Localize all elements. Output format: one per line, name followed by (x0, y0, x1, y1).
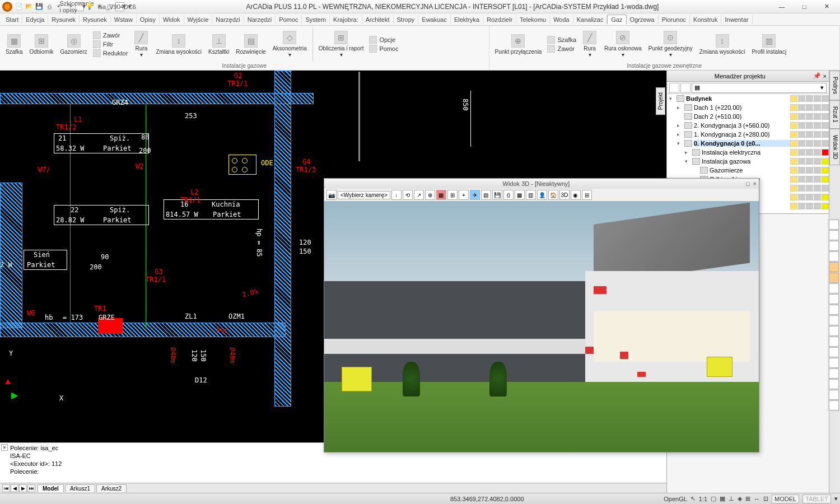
rt-6[interactable] (829, 273, 839, 283)
sheet-arkusz2[interactable]: Arkusz2 (96, 484, 127, 492)
v3d-camera-combo[interactable]: <Wybierz kamerę> (338, 191, 390, 199)
v3d-b4[interactable]: ⊕ (425, 190, 435, 200)
tab-gaz[interactable]: Gaz (607, 15, 626, 24)
qat-bulb-icon[interactable]: 💡 (85, 2, 94, 11)
tab-konstruk[interactable]: Konstruk (690, 15, 721, 24)
ribbon-opcje[interactable]: Opcje (369, 36, 398, 44)
pp-combo[interactable]: ▦▾ (692, 83, 827, 93)
sheet-prev-icon[interactable]: ◀ (11, 484, 18, 492)
ribbon-profil[interactable]: ▥Profil instalacj (748, 33, 790, 56)
v3d-b12[interactable]: ▦ (515, 190, 525, 200)
ribbon-filtr[interactable]: Filtr (93, 40, 128, 48)
tree-row[interactable]: ▾Instalacja gazowa (667, 157, 829, 166)
ribbon-szafka[interactable]: ▦Szafka (2, 33, 26, 56)
ribbon-zawor2[interactable]: Zawór (547, 45, 576, 53)
tab-kanalizac[interactable]: Kanalizac (573, 15, 608, 24)
tree-row[interactable]: Gazomierze (667, 166, 829, 175)
ribbon-rozwiniecie[interactable]: ▤Rozwinięcie (232, 33, 269, 56)
rt-9[interactable] (829, 305, 839, 315)
rt-4[interactable] (829, 251, 839, 262)
ribbon-rura-oslonowa[interactable]: ⊘Rura osłonowa▾ (601, 30, 645, 59)
tab-piorunoc[interactable]: Piorunoc (659, 15, 690, 24)
status-i7[interactable]: ⊡ (763, 495, 768, 502)
ribbon-reduktor[interactable]: Reduktor (93, 49, 128, 57)
view3d-titlebar[interactable]: Widok 3D - [Nieaktywny] □ × (324, 179, 759, 189)
rt-16[interactable] (829, 379, 839, 389)
sheet-last-icon[interactable]: ⏭ (27, 484, 35, 492)
tab-wstaw[interactable]: Wstaw (111, 15, 137, 24)
tab-ewakuac[interactable]: Ewakuac (418, 15, 451, 24)
rt-5[interactable] (829, 262, 839, 272)
rt-13[interactable] (829, 347, 839, 357)
sheet-next-icon[interactable]: ▶ (19, 484, 27, 492)
sheet-model[interactable]: Model (38, 484, 64, 492)
rt-7[interactable] (829, 283, 839, 293)
ribbon-punkt-przyl[interactable]: ⊕Punkt przyłączenia (492, 33, 545, 56)
view3d-window[interactable]: Widok 3D - [Nieaktywny] □ × 📷 <Wybierz k… (324, 178, 759, 452)
ribbon-punkt-geo[interactable]: ⊙Punkt geodezyjny▾ (645, 30, 696, 59)
ribbon-szafka2[interactable]: Szafka (547, 36, 576, 44)
tab-opisy[interactable]: Opisy (137, 15, 160, 24)
ribbon-zawor[interactable]: Zawór (93, 31, 128, 39)
qat-open-icon[interactable]: 📂 (25, 2, 34, 11)
sheet-first-icon[interactable]: ⏮ (2, 484, 10, 492)
qat-mode-combo[interactable]: Szkicowanie i opisy ▼ (75, 2, 84, 11)
ribbon-zmiana-wys[interactable]: ↕Zmiana wysokości (152, 33, 205, 56)
tab-krajobraz[interactable]: Krajobra: (330, 15, 362, 24)
rt-15[interactable] (829, 368, 839, 379)
ribbon-rura2[interactable]: ╱Rura▾ (578, 30, 601, 59)
tab-architekt[interactable]: Architekt (362, 15, 394, 24)
v3d-b8[interactable]: ✈ (470, 190, 480, 200)
tree-row[interactable]: ▾0. Kondygnacja 0 (±0... (667, 139, 829, 148)
tab-narzedzia[interactable]: Narzędzi (212, 15, 244, 24)
tree-row[interactable]: ▸Instalacja elektryczna (667, 148, 829, 157)
tab-elektryka[interactable]: Elektryka (451, 15, 483, 24)
rt-10[interactable] (829, 315, 839, 325)
v3d-b15[interactable]: 🏠 (548, 190, 558, 200)
tab-widok[interactable]: Widok (160, 15, 184, 24)
v3d-b2[interactable]: ⟲ (403, 190, 413, 200)
status-model[interactable]: MODEL (772, 494, 799, 503)
status-i4[interactable]: ◈ (738, 495, 742, 502)
tree-row[interactable]: ▸Dach 1 (+220.00) (667, 103, 829, 112)
tab-stropy[interactable]: Stropy (394, 15, 419, 24)
rt-11[interactable] (829, 326, 839, 336)
ribbon-gazomierz[interactable]: ◎Gazomierz (57, 33, 90, 56)
v3d-b17[interactable]: ◉ (571, 190, 581, 200)
rt-3[interactable] (829, 241, 839, 251)
tab-rysunek[interactable]: Rysunek (48, 15, 80, 24)
ribbon-rura[interactable]: ╱Rura▾ (130, 30, 152, 59)
tree-row[interactable]: ▸1. Kondygnacja 2 (+280.00) (667, 130, 829, 139)
tree-row[interactable]: ▸2. Kondygnacja 3 (+560.00) (667, 121, 829, 130)
status-i2[interactable]: ▦ (720, 495, 725, 502)
v3d-b10[interactable]: 💾 (492, 190, 502, 200)
v3d-b3[interactable]: ↗ (414, 190, 424, 200)
panel-close-icon[interactable]: × (823, 73, 827, 80)
ribbon-zmiana-wys2[interactable]: ↕Zmiana wysokości (696, 33, 749, 56)
tab-pomoc[interactable]: Pomoc (276, 15, 302, 24)
side-tab-rzut1[interactable]: Rzut 1 (829, 100, 840, 129)
tab-edycja[interactable]: Edycja (22, 15, 48, 24)
projekt-side-tab[interactable]: Projekt (656, 87, 665, 115)
v3d-b11[interactable]: ⎙ (503, 190, 514, 200)
qat-saveall-icon[interactable]: ⎙ (45, 2, 54, 11)
qat-dropdown-icon[interactable]: ▾ (125, 2, 134, 11)
status-i6[interactable]: ↔ (754, 496, 760, 502)
rt-14[interactable] (829, 358, 839, 368)
qat-save-icon[interactable]: 💾 (35, 2, 44, 11)
tab-rozdzielr[interactable]: Rozdzielr (483, 15, 516, 24)
ribbon-obliczenia[interactable]: ⊞Obliczenia i raport▾ (315, 30, 367, 59)
tree-row[interactable]: Dach 2 (+510.00) (667, 112, 829, 121)
tab-narzedzia2[interactable]: Narzędzi (244, 15, 276, 24)
v3d-b9[interactable]: ▤ (481, 190, 491, 200)
tab-ogrzewa[interactable]: Ogrzewa (627, 15, 659, 24)
ribbon-pomoc[interactable]: Pomoc (369, 45, 398, 53)
qat-layer-combo[interactable]: isa_V904DC6 ▼ (115, 2, 124, 11)
rt-1[interactable] (829, 220, 839, 230)
v3d-b18[interactable]: ⊞ (582, 190, 592, 200)
view3d-restore-icon[interactable]: □ (746, 180, 750, 187)
rt-12[interactable] (829, 337, 839, 347)
status-i5[interactable]: ⊞ (745, 495, 750, 502)
sheet-arkusz1[interactable]: Arkusz1 (65, 484, 95, 492)
status-cursor-icon[interactable]: ↖ (690, 495, 696, 502)
